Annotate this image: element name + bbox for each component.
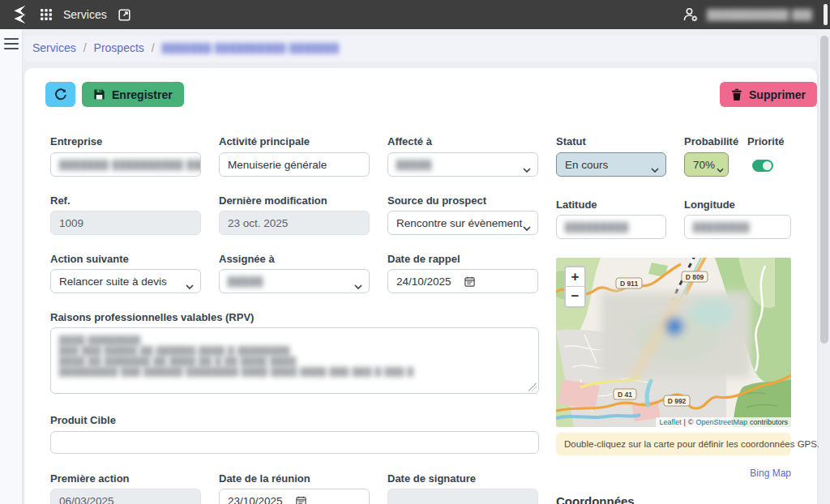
apps-grid-icon[interactable] xyxy=(41,9,52,20)
external-link-icon[interactable] xyxy=(118,9,130,21)
latitude-label: Latitude xyxy=(556,199,597,211)
chevron-down-icon xyxy=(523,163,531,175)
date-reunion-label: Date de la réunion xyxy=(219,472,310,485)
scrollbar-thumb[interactable] xyxy=(820,36,828,344)
calendar-icon[interactable] xyxy=(296,496,306,504)
delete-button[interactable]: Supprimer xyxy=(720,82,817,107)
road-label-d41: D 41 xyxy=(618,391,632,399)
affecte-label: Affecté à xyxy=(387,135,432,147)
produit-cible-label: Produit Cible xyxy=(50,414,116,426)
chevron-down-icon xyxy=(186,280,194,292)
statut-label: Statut xyxy=(556,135,586,147)
date-signature-input xyxy=(387,489,538,504)
longitude-input[interactable]: ████████ xyxy=(684,215,791,239)
left-rail xyxy=(0,29,23,504)
probabilite-label: Probabilité xyxy=(684,135,738,147)
produit-cible-input[interactable] xyxy=(50,431,539,454)
app-screen: Services xyxy=(0,0,830,504)
chevron-down-icon xyxy=(651,163,659,175)
map-attribution: Leaflet | © OpenStreetMap contributors xyxy=(656,417,791,427)
activite-label: Activité principale xyxy=(219,135,310,147)
road-label-d992: D 992 xyxy=(668,397,687,405)
save-button-label: Enregistrer xyxy=(112,88,173,101)
activite-input[interactable]: Menuiserie générale xyxy=(219,152,370,177)
menu-toggle-icon[interactable] xyxy=(4,38,19,49)
user-settings-icon[interactable] xyxy=(682,6,699,23)
user-name[interactable]: ███████████ ██████ xyxy=(707,9,812,21)
breadcrumb-current: ███████ ██████████ ███████ xyxy=(162,43,340,53)
date-reunion-input[interactable]: 23/10/2025 xyxy=(219,489,370,504)
map-tiles: D 911 D 809 D 41 D 992 xyxy=(556,258,791,427)
derniere-modification-label: Dernière modification xyxy=(219,194,327,207)
affecte-select[interactable]: █████ xyxy=(387,152,538,177)
breadcrumb: Services / Prospects / ███████ █████████… xyxy=(24,36,817,62)
probabilite-select[interactable]: 70% xyxy=(684,152,729,177)
priorite-label: Priorité xyxy=(747,135,785,147)
bing-map-link[interactable]: Bing Map xyxy=(556,468,791,479)
app-logo-icon[interactable] xyxy=(8,4,29,25)
delete-button-label: Supprimer xyxy=(749,88,806,101)
derniere-modification-input: 23 oct. 2025 xyxy=(219,211,370,235)
map-zoom-in-button[interactable]: + xyxy=(566,267,584,287)
navbar-app-title: Services xyxy=(63,8,107,21)
chevron-down-icon xyxy=(523,221,531,233)
save-icon xyxy=(93,88,105,100)
premiere-action-input: 06/03/2025 xyxy=(50,489,201,504)
road-label-d911: D 911 xyxy=(620,280,638,288)
source-label: Source du prospect xyxy=(387,194,486,207)
rpv-textarea[interactable]: ████ ████████ ███ ███ █████ ██ ██████ ██… xyxy=(50,327,539,394)
breadcrumb-separator: / xyxy=(83,41,87,54)
map-zoom-control: + − xyxy=(564,266,586,308)
date-rappel-label: Date de rappel xyxy=(387,253,460,265)
refresh-icon xyxy=(54,88,67,101)
top-navbar: Services xyxy=(0,0,830,29)
map-hint: Double-cliquez sur la carte pour définir… xyxy=(556,433,791,455)
openstreetmap-link[interactable]: OpenStreetMap xyxy=(695,418,747,426)
chevron-down-icon xyxy=(354,280,362,292)
assignee-select[interactable]: █████ xyxy=(219,269,370,293)
date-rappel-input[interactable]: 24/10/2025 xyxy=(387,269,538,293)
priorite-toggle[interactable] xyxy=(752,160,773,172)
ref-input: 1009 xyxy=(50,211,201,235)
source-select[interactable]: Rencontre sur évènement xyxy=(387,211,538,235)
coordonnees-heading: Coordonnées xyxy=(556,494,635,504)
action-suivante-select[interactable]: Relancer suite à devis xyxy=(50,269,201,293)
breadcrumb-separator: / xyxy=(152,41,155,54)
map-zoom-out-button[interactable]: − xyxy=(566,287,584,306)
ref-label: Ref. xyxy=(50,194,71,207)
breadcrumb-prospects[interactable]: Prospects xyxy=(94,41,144,54)
premiere-action-label: Première action xyxy=(50,472,130,485)
longitude-label: Longitude xyxy=(684,199,735,211)
latitude-input[interactable]: █████████ xyxy=(556,215,666,239)
refresh-button[interactable] xyxy=(45,82,75,107)
scrollbar-thumb-navbar[interactable] xyxy=(824,4,828,25)
assignee-label: Assignée à xyxy=(219,253,275,265)
rpv-label: Raisons professionnelles valables (RPV) xyxy=(50,311,254,323)
statut-select[interactable]: En cours xyxy=(556,152,666,177)
entreprise-input[interactable]: ███████ ██████████ ███████ xyxy=(50,152,201,177)
save-button[interactable]: Enregistrer xyxy=(82,82,184,107)
calendar-icon[interactable] xyxy=(464,276,475,287)
entreprise-label: Entreprise xyxy=(50,135,102,147)
breadcrumb-services[interactable]: Services xyxy=(32,41,76,54)
road-label-d809: D 809 xyxy=(686,273,704,281)
chevron-down-icon xyxy=(717,163,724,175)
date-signature-label: Date de signature xyxy=(387,472,476,485)
action-suivante-label: Action suivante xyxy=(50,253,129,265)
leaflet-map[interactable]: D 911 D 809 D 41 D 992 + − Leaflet | © O… xyxy=(556,258,791,427)
trash-icon xyxy=(731,88,742,100)
leaflet-link[interactable]: Leaflet xyxy=(659,418,681,426)
resize-handle[interactable] xyxy=(528,383,537,391)
